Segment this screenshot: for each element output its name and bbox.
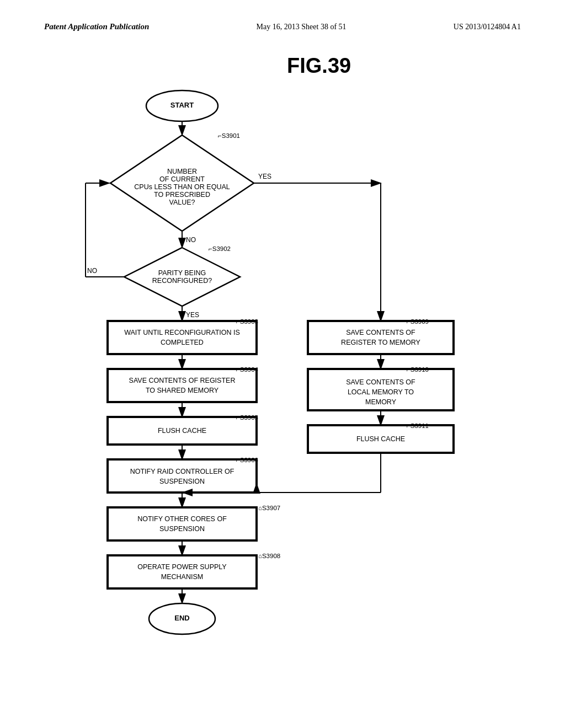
s3903-text2: COMPLETED bbox=[161, 339, 204, 346]
s3908-box bbox=[108, 555, 257, 588]
s3907-label: ⌂S3907 bbox=[258, 505, 280, 511]
s3904-label: ⌐S3904 bbox=[236, 366, 259, 373]
s3909-label: ⌐S3909 bbox=[407, 318, 429, 325]
s3911-text: FLUSH CACHE bbox=[356, 435, 405, 443]
s3902-label: ⌐S3902 bbox=[209, 245, 231, 252]
s3901-text2: OF CURRENT bbox=[159, 175, 205, 183]
s3902-text2: RECONFIGURED? bbox=[152, 277, 212, 285]
s3909-text1: SAVE CONTENTS OF bbox=[346, 329, 415, 336]
s3901-text5: VALUE? bbox=[169, 199, 195, 206]
s3904-text2: TO SHARED MEMORY bbox=[146, 387, 219, 394]
yes-label-s3901: YES bbox=[258, 173, 271, 180]
s3907-text2: SUSPENSION bbox=[159, 525, 205, 533]
s3901-label: ⌐S3901 bbox=[218, 132, 240, 139]
s3906-box bbox=[108, 459, 257, 493]
s3909-box bbox=[308, 321, 454, 354]
s3903-label: ⌐S3903 bbox=[236, 318, 258, 325]
end-label: END bbox=[174, 614, 189, 622]
s3901-text3: CPUs LESS THAN OR EQUAL bbox=[134, 183, 230, 191]
s3910-text2: LOCAL MEMORY TO bbox=[348, 388, 414, 396]
s3905-text: FLUSH CACHE bbox=[158, 427, 206, 435]
s3907-box bbox=[108, 507, 257, 540]
s3906-text1: NOTIFY RAID CONTROLLER OF bbox=[130, 468, 234, 475]
s3904-text1: SAVE CONTENTS OF REGISTER bbox=[129, 377, 236, 384]
header-publication-type: Patent Application Publication bbox=[44, 22, 149, 31]
yes-label-s3902: YES bbox=[186, 311, 199, 319]
s3911-label: ⌐S3911 bbox=[407, 422, 429, 429]
no-label-s3901: NO bbox=[186, 236, 196, 244]
flowchart-svg: FIG.39 START NUMBER OF CURRENT CPUs LESS… bbox=[0, 42, 565, 693]
s3908-label: ⌂S3908 bbox=[258, 553, 280, 559]
s3902-text1: PARITY BEING bbox=[158, 269, 206, 277]
no-label-s3902: NO bbox=[87, 267, 97, 275]
s3901-text1: NUMBER bbox=[167, 168, 197, 175]
start-label: START bbox=[170, 101, 194, 109]
s3910-text3: MEMORY bbox=[365, 398, 397, 406]
header-patent-number: US 2013/0124804 A1 bbox=[454, 23, 521, 31]
page: Patent Application Publication May 16, 2… bbox=[0, 0, 565, 728]
s3908-text2: MECHANISM bbox=[161, 573, 203, 581]
s3906-label: ⌐S3906 bbox=[236, 457, 258, 463]
s3903-box bbox=[108, 321, 257, 354]
s3905-label: ⌐S3905 bbox=[236, 414, 258, 421]
s3904-box bbox=[108, 369, 257, 402]
s3909-text2: REGISTER TO MEMORY bbox=[341, 339, 420, 346]
header: Patent Application Publication May 16, 2… bbox=[0, 0, 565, 37]
s3901-text4: TO PRESCRIBED bbox=[154, 191, 210, 199]
s3908-text1: OPERATE POWER SUPPLY bbox=[137, 563, 227, 571]
flowchart-area: FIG.39 START NUMBER OF CURRENT CPUs LESS… bbox=[0, 42, 565, 693]
s3910-text1: SAVE CONTENTS OF bbox=[346, 378, 415, 386]
s3906-text2: SUSPENSION bbox=[159, 478, 205, 485]
figure-title: FIG.39 bbox=[287, 54, 351, 77]
s3910-label: ⌐S3910 bbox=[407, 366, 429, 373]
header-date-sheet: May 16, 2013 Sheet 38 of 51 bbox=[257, 23, 347, 31]
s3907-text1: NOTIFY OTHER CORES OF bbox=[137, 515, 227, 523]
s3903-text1: WAIT UNTIL RECONFIGURATION IS bbox=[124, 329, 240, 336]
